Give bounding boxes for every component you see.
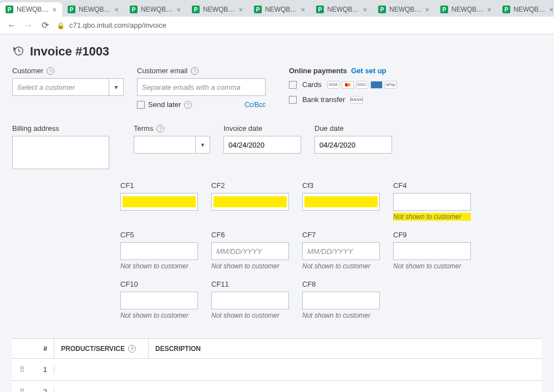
browser-tab[interactable]: PNEWQBO.CO× (186, 2, 248, 17)
cf7-input[interactable] (302, 242, 380, 260)
help-icon[interactable]: ? (156, 125, 164, 133)
forward-icon[interactable]: → (23, 21, 33, 30)
table-row[interactable]: ⠿ 2 (12, 381, 542, 392)
favicon-icon: P (68, 6, 75, 13)
browser-tab[interactable]: PNEWQBO.CO× (311, 2, 373, 17)
due-date-input[interactable] (314, 136, 392, 154)
tab-title: NEWQBO.CO (141, 6, 173, 13)
cf5-label: CF5 (120, 231, 134, 239)
tab-title: NEWQBO.CO (17, 6, 49, 13)
drag-handle-icon[interactable]: ⠿ (12, 388, 32, 392)
customer-select[interactable] (12, 78, 109, 96)
cards-checkbox[interactable] (289, 81, 297, 89)
cf8-input[interactable] (302, 292, 380, 309)
col-product: PRODUCT/SERVICE (61, 345, 125, 353)
cf6-input[interactable] (211, 242, 289, 260)
back-icon[interactable]: ← (7, 21, 17, 30)
favicon-icon: P (440, 6, 448, 13)
cf5-input[interactable] (120, 242, 198, 260)
bank-transfer-label: Bank transfer (302, 95, 345, 104)
cf6-note: Not shown to customer (211, 262, 289, 270)
browser-tab[interactable]: PNEWQBO.CO× (62, 2, 124, 17)
customer-label: Customer (12, 67, 43, 75)
send-later-checkbox[interactable] (137, 101, 145, 109)
cc-bcc-link[interactable]: Cc/Bcc (245, 101, 266, 109)
customer-email-label: Customer email (137, 67, 187, 75)
url-text: c71.qbo.intuit.com/app/invoice (69, 21, 166, 29)
mastercard-icon (342, 81, 354, 89)
tab-title: NEWQBO.CO (79, 6, 111, 13)
browser-tab[interactable]: P NEWQBO.CO × (0, 2, 62, 17)
cf9-note: Not shown to customer (393, 262, 471, 270)
bank-icon: BANK (350, 96, 363, 104)
cf10-input[interactable] (120, 292, 198, 309)
browser-tab[interactable]: PNEWQBO.CO× (373, 2, 435, 17)
cf3-label: Cf3 (302, 181, 313, 190)
favicon-icon: P (316, 6, 324, 13)
cf9-input[interactable] (393, 242, 471, 260)
close-icon[interactable]: × (52, 6, 57, 14)
amex-icon (370, 81, 383, 89)
bank-transfer-checkbox[interactable] (289, 96, 297, 104)
reload-icon[interactable]: ⟳ (40, 20, 50, 30)
cf3-input[interactable] (302, 193, 380, 211)
close-icon[interactable]: × (114, 6, 119, 14)
page-title: Invoice #1003 (30, 44, 109, 59)
drag-handle-icon[interactable]: ⠿ (12, 365, 32, 374)
discover-icon: DISC (356, 81, 368, 89)
help-icon[interactable]: ? (128, 345, 136, 353)
terms-select[interactable] (134, 136, 196, 154)
browser-tab[interactable]: PNEWQBO.CO× (435, 2, 497, 17)
tab-title: NEWQBO.CO (514, 6, 546, 13)
close-icon[interactable]: × (549, 6, 553, 14)
close-icon[interactable]: × (238, 6, 243, 14)
browser-tab[interactable]: PNEWQBO.CO× (248, 2, 311, 17)
card-icons: VISA DISC aPay (327, 81, 397, 89)
col-desc: DESCRIPTION (155, 345, 201, 353)
browser-tab-bar: P NEWQBO.CO × PNEWQBO.CO× PNEWQBO.CO× PN… (0, 0, 554, 17)
customer-email-input[interactable] (137, 78, 266, 96)
help-icon[interactable]: ? (191, 67, 199, 75)
due-date-label: Due date (314, 124, 344, 133)
cf1-label: CF1 (120, 181, 134, 190)
cf6-label: CF6 (211, 231, 225, 239)
cf1-input[interactable] (120, 193, 198, 211)
table-row[interactable]: ⠿ 1 (12, 359, 542, 381)
cf7-note: Not shown to customer (302, 262, 380, 270)
lock-icon: 🔒 (57, 22, 65, 29)
cf10-note: Not shown to customer (120, 312, 198, 319)
close-icon[interactable]: × (425, 6, 429, 14)
cf7-label: CF7 (302, 231, 316, 239)
cf2-input[interactable] (211, 193, 289, 211)
terms-label: Terms (134, 124, 153, 133)
billing-address-input[interactable] (12, 136, 109, 169)
tab-title: NEWQBO.CO (389, 6, 421, 13)
cf8-note: Not shown to customer (302, 312, 380, 319)
chevron-down-icon[interactable]: ▼ (196, 136, 210, 154)
line-items-table: # PRODUCT/SERVICE? DESCRIPTION ⠿ 1 ⠿ 2 (12, 338, 542, 392)
history-icon[interactable] (12, 45, 24, 59)
favicon-icon: P (254, 6, 262, 13)
col-num: # (43, 345, 47, 353)
cf11-input[interactable] (211, 292, 289, 309)
visa-icon: VISA (327, 81, 339, 89)
get-setup-link[interactable]: Get set up (351, 67, 387, 75)
chevron-down-icon[interactable]: ▼ (109, 78, 124, 96)
cf11-note: Not shown to customer (211, 312, 289, 319)
help-icon[interactable]: ? (47, 67, 54, 75)
close-icon[interactable]: × (301, 6, 305, 14)
billing-address-label: Billing address (12, 124, 59, 133)
close-icon[interactable]: × (487, 6, 491, 14)
browser-tab[interactable]: PNEWQBO.CO× (497, 2, 554, 17)
cf11-label: CF11 (211, 280, 229, 288)
close-icon[interactable]: × (363, 6, 367, 14)
browser-tab[interactable]: PNEWQBO.CO× (124, 2, 186, 17)
tab-title: NEWQBO.CO (327, 6, 359, 13)
address-bar[interactable]: 🔒 c71.qbo.intuit.com/app/invoice (57, 21, 547, 29)
invoice-date-input[interactable] (223, 136, 301, 154)
cf4-input[interactable] (393, 193, 471, 211)
favicon-icon: P (130, 6, 138, 13)
row-num: 1 (43, 365, 47, 374)
help-icon[interactable]: ? (184, 101, 192, 109)
close-icon[interactable]: × (176, 6, 181, 14)
